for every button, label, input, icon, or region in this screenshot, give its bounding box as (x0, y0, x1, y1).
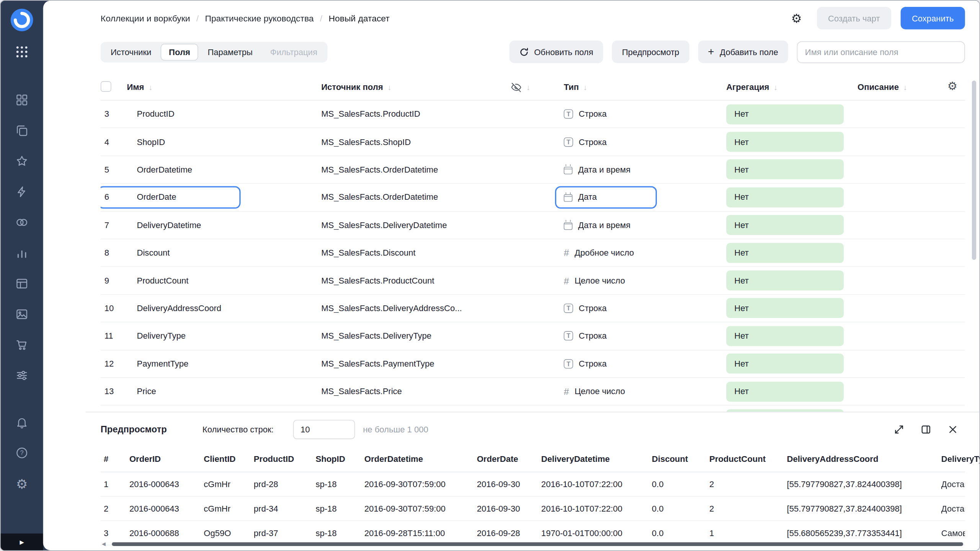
preview-column-header: ProductCount (709, 454, 787, 463)
preview-toggle-button[interactable]: Предпросмотр (612, 41, 689, 63)
field-row[interactable]: 5 OrderDatetime MS_SalesFacts.OrderDatet… (101, 156, 965, 184)
field-aggregation[interactable]: Нет (726, 187, 858, 207)
field-aggregation[interactable]: Нет (726, 298, 858, 318)
field-type[interactable]: Дата и время (564, 165, 726, 174)
preview-expand-button[interactable] (892, 423, 905, 435)
field-name[interactable]: ShopID (137, 137, 322, 146)
help-icon[interactable]: ? (15, 446, 29, 460)
save-button[interactable]: Сохранить (900, 7, 965, 29)
field-row[interactable]: 11 DeliveryType MS_SalesFacts.DeliveryTy… (101, 323, 965, 350)
favorites-star-icon[interactable] (15, 154, 29, 168)
cell-delivery-address-coord: [55.680565239,37.773353441] (787, 528, 941, 537)
connections-icon[interactable] (15, 215, 29, 229)
field-type[interactable]: Строка (564, 359, 726, 368)
cell-product-count: 1 (709, 528, 787, 537)
field-row[interactable]: 10 DeliveryAddressCoord MS_SalesFacts.De… (101, 295, 965, 322)
table-settings-gear-icon[interactable]: ⚙ (947, 81, 957, 92)
collections-icon[interactable] (15, 93, 29, 107)
field-name[interactable]: PaymentType (137, 359, 322, 368)
field-type[interactable]: Строка (564, 303, 726, 313)
field-type[interactable]: Строка (564, 137, 726, 146)
field-type[interactable]: Целое число (564, 386, 726, 397)
tab[interactable]: Источники (103, 43, 160, 60)
cell-discount: 0.0 (652, 528, 709, 537)
field-row[interactable]: 4 ShopID MS_SalesFacts.ShopID Строка Нет (101, 128, 965, 156)
field-aggregation[interactable]: Нет (726, 326, 858, 346)
row-count-hint: не больше 1 000 (363, 424, 428, 434)
fields-vertical-scrollbar[interactable] (972, 81, 976, 260)
field-name[interactable]: DeliveryAddressCoord (137, 303, 322, 313)
breadcrumb-guides[interactable]: Практические руководства (205, 13, 314, 23)
settings-gear-icon[interactable]: ⚙ (15, 477, 29, 491)
field-aggregation[interactable]: Нет (726, 271, 858, 290)
column-header-name[interactable]: Имя (127, 83, 321, 92)
column-header-source[interactable]: Источник поля (321, 83, 511, 92)
breadcrumb-collections[interactable]: Коллекции и воркбуки (101, 13, 190, 23)
tables-icon[interactable] (15, 277, 29, 290)
field-name[interactable]: DeliveryDatetime (137, 220, 322, 230)
field-name[interactable]: OrderDate (137, 192, 322, 202)
field-type[interactable]: Дата (564, 192, 726, 202)
quick-actions-lightning-icon[interactable] (15, 185, 29, 199)
datalens-logo-icon[interactable] (10, 8, 34, 32)
add-field-button[interactable]: + Добавить поле (698, 41, 788, 63)
field-aggregation[interactable]: Нет (726, 160, 858, 179)
column-header-type[interactable]: Тип (564, 83, 726, 92)
column-header-hidden[interactable] (511, 82, 564, 93)
workbooks-icon[interactable] (15, 124, 29, 137)
field-type[interactable]: Дробное число (564, 248, 726, 258)
create-chart-button[interactable]: Создать чарт (817, 7, 891, 29)
field-row[interactable]: 9 ProductCount MS_SalesFacts.ProductCoun… (101, 267, 965, 295)
row-count-input[interactable] (293, 419, 355, 439)
marketplace-cart-icon[interactable] (15, 338, 29, 352)
column-header-aggregation[interactable]: Агрегация (726, 83, 858, 92)
field-row[interactable]: 3 ProductID MS_SalesFacts.ProductID Стро… (101, 101, 965, 128)
cell-order-datetime: 2016-09-30T07:59:00 (364, 504, 477, 513)
preview-close-button[interactable] (946, 423, 959, 435)
field-source: MS_SalesFacts.ProductCount (321, 276, 564, 285)
media-icon[interactable] (15, 307, 29, 321)
field-aggregation[interactable]: Нет (726, 132, 858, 152)
field-row[interactable]: 13 Price MS_SalesFacts.Price Целое число… (101, 378, 965, 406)
apps-grid-icon[interactable] (16, 46, 28, 60)
field-name[interactable]: ProductID (137, 109, 322, 119)
field-aggregation[interactable]: Нет (726, 243, 858, 263)
field-type[interactable]: Строка (564, 331, 726, 341)
preview-actions (892, 423, 959, 435)
field-search-input[interactable] (797, 41, 965, 63)
field-aggregation[interactable]: Нет (726, 215, 858, 235)
field-aggregation[interactable]: Нет (726, 104, 858, 124)
scroll-left-arrow-icon[interactable]: ◄ (101, 541, 107, 547)
field-row[interactable]: 12 PaymentType MS_SalesFacts.PaymentType… (101, 350, 965, 378)
field-aggregation[interactable]: Нет (726, 381, 858, 401)
field-row[interactable]: 7 DeliveryDatetime MS_SalesFacts.Deliver… (101, 212, 965, 239)
tab[interactable]: Поля (161, 43, 198, 60)
tab[interactable]: Фильтрация (262, 43, 325, 60)
field-name[interactable]: Discount (137, 248, 322, 257)
preview-horizontal-scrollbar[interactable] (112, 542, 963, 546)
tab[interactable]: Параметры (199, 43, 261, 60)
field-name[interactable]: Price (137, 387, 322, 396)
field-type-icon (564, 303, 573, 313)
field-row[interactable]: 8 Discount MS_SalesFacts.Discount Дробно… (101, 239, 965, 267)
field-type[interactable]: Строка (564, 109, 726, 119)
breadcrumb: Коллекции и воркбуки / Практические руко… (101, 13, 390, 23)
cell-product-id: prd-34 (254, 504, 316, 513)
field-row[interactable]: 6 OrderDate MS_SalesFacts.OrderDatetime … (101, 184, 965, 211)
service-settings-sliders-icon[interactable] (15, 368, 29, 382)
preview-split-view-button[interactable] (920, 423, 932, 435)
notifications-bell-icon[interactable] (15, 416, 29, 429)
row-count-label: Количество строк: (203, 424, 274, 434)
field-name[interactable]: ProductCount (137, 276, 322, 285)
select-all-checkbox[interactable] (101, 81, 111, 91)
expand-panel-button[interactable]: ▶ (1, 533, 43, 550)
field-type[interactable]: Дата и время (564, 220, 726, 230)
dataset-settings-gear-icon[interactable]: ⚙ (791, 12, 802, 24)
charts-icon[interactable] (15, 246, 29, 260)
field-name[interactable]: DeliveryType (137, 331, 322, 341)
field-aggregation[interactable]: Нет (726, 354, 858, 373)
field-type[interactable]: Целое число (564, 275, 726, 286)
refresh-fields-button[interactable]: Обновить поля (509, 41, 603, 63)
field-name[interactable]: OrderDatetime (137, 165, 322, 174)
section-tabs: ИсточникиПоляПараметрыФильтрация (101, 42, 327, 62)
